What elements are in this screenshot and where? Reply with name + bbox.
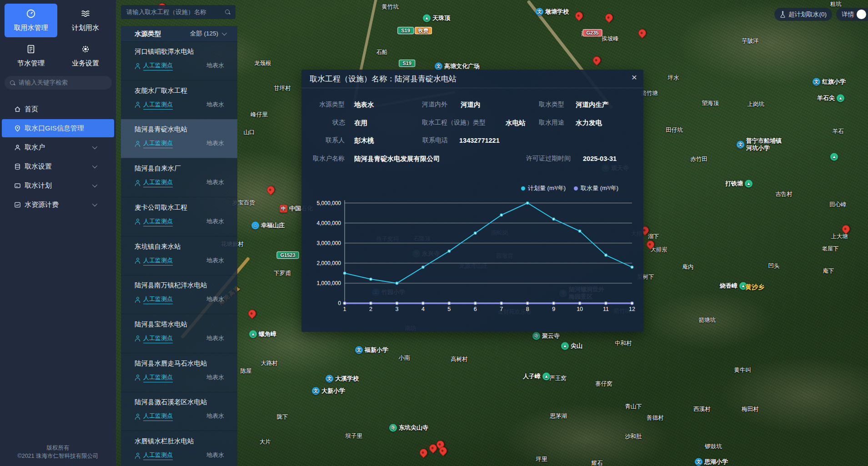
monitor-type-link[interactable]: 人工监测点 (143, 100, 173, 110)
filter-dropdown[interactable]: 全部 (125) (190, 30, 226, 38)
chevron-down-icon (92, 163, 97, 168)
map-label: 上岗坑 (747, 101, 764, 108)
search-icon[interactable] (225, 10, 230, 15)
legend-dot-icon (521, 186, 525, 190)
field-value: 河道内生产 (576, 100, 609, 109)
monitor-type-link[interactable]: 人工监测点 (143, 139, 173, 148)
filter-label: 水源类型 (135, 30, 161, 38)
app-tile-1[interactable]: 计划用水 (59, 4, 112, 37)
sidebar-item-1[interactable]: 取水口GIS信息管理 (2, 119, 114, 137)
map-label: 粗坑 (830, 1, 842, 8)
facility-search-input[interactable]: 请输入取水工程（设施）名称 (121, 5, 236, 19)
map-label-text: 天珠顶 (432, 15, 450, 22)
map-label: 坪水 (668, 75, 679, 82)
monitor-type-link[interactable]: 人工监测点 (143, 61, 173, 70)
field-label: 取水类型 (539, 100, 564, 109)
person-icon (135, 336, 140, 341)
sidebar-item-2[interactable]: 取水户 (2, 138, 114, 156)
app-tile-label: 业务设置 (72, 59, 99, 68)
list-item[interactable]: 水唇镇水栏肚水电站人工监测点地表水 (121, 431, 237, 466)
field-label: 状态 (332, 119, 345, 127)
monitor-type-link[interactable]: 人工监测点 (143, 451, 173, 460)
sidebar-item-4[interactable]: 取水计划 (2, 176, 114, 195)
list-item[interactable]: 陆河县激石溪老区水电站人工监测点地表水 (121, 392, 237, 431)
field-value: 在用 (354, 119, 367, 127)
road-badge: S19 (397, 27, 414, 34)
list-item[interactable]: 陆河县南万镇杞洋水电站人工监测点地表水 (121, 275, 237, 314)
list-item[interactable]: 河口镇唱歌潭水电站人工监测点地表水 (121, 41, 237, 80)
mountain-icon: ▲ (561, 342, 569, 350)
chevron-down-icon (92, 182, 97, 187)
monitor-type-link[interactable]: 人工监测点 (143, 373, 173, 382)
monitor-type-link[interactable]: 人工监测点 (143, 412, 173, 421)
facility-name: 水唇镇水栏肚水电站 (135, 437, 194, 446)
map-label: G1523 (276, 252, 299, 259)
map-label-text: 打铁塘 (725, 180, 743, 187)
list-item[interactable]: 陆河县青碇水电站人工监测点地表水 (121, 119, 237, 158)
map-label: 坝子里 (345, 433, 362, 440)
facility-monitor: 人工监测点 (135, 412, 173, 421)
facility-name: 东坑镇自来水站 (135, 242, 181, 251)
list-item[interactable]: 东坑镇自来水站人工监测点地表水 (121, 236, 237, 276)
map-label-text: 大新小学 (321, 387, 345, 395)
person-icon (135, 375, 140, 381)
map-label-text: 聚云寺 (542, 332, 560, 340)
map-label: ⌂幸福山庄 (251, 222, 285, 230)
over-plan-intake-button[interactable]: 超计划取水(0) (774, 8, 832, 21)
sidebar-item-label: 取水口GIS信息管理 (25, 124, 84, 133)
monitor-type-link[interactable]: 人工监测点 (143, 178, 173, 187)
monitor-type-link[interactable]: 人工监测点 (143, 217, 173, 226)
list-filter-header: 水源类型 全部 (125) (121, 26, 237, 42)
app-tile-label: 取用水管理 (14, 24, 48, 32)
app-tile-2[interactable]: 节水管理 (5, 39, 57, 73)
detail-toggle[interactable]: 详情 (836, 8, 868, 21)
map-label: 梅田村 (742, 406, 759, 413)
sidebar-item-label: 取水设置 (25, 162, 52, 171)
sidebar-item-3[interactable]: 取水设置 (2, 157, 114, 175)
map-label: 陈屋 (241, 368, 252, 375)
app-tile-0[interactable]: 取用水管理 (5, 4, 57, 37)
close-icon[interactable]: × (632, 72, 637, 82)
monitor-type-link[interactable]: 人工监测点 (143, 256, 173, 266)
detail-toggle-label: 详情 (842, 10, 854, 19)
person-icon (135, 141, 140, 147)
flask-icon (780, 11, 786, 18)
sidebar-menu: 首页取水口GIS信息管理取水户取水设置取水计划水资源计费 (0, 99, 116, 215)
road-badge: G235 (583, 29, 602, 36)
app-tile-3[interactable]: 业务设置 (59, 39, 112, 73)
map-label: S19 (399, 60, 415, 67)
map-label: 庵下 (823, 268, 834, 275)
legend-item[interactable]: 计划量 (m³/年) (521, 184, 566, 192)
list-item[interactable]: 陆河县自来水厂人工监测点地表水 (121, 158, 237, 197)
person-icon (135, 414, 140, 420)
legend-item[interactable]: 取水量 (m³/年) (574, 184, 618, 192)
toggle-knob[interactable] (857, 10, 866, 19)
top-controls: 超计划取水(0) 详情 (774, 8, 868, 21)
list-item[interactable]: 友能水厂取水工程人工监测点地表水 (121, 80, 237, 120)
school-icon: 文 (813, 78, 820, 86)
sidebar-item-5[interactable]: 水资源计费 (2, 195, 114, 214)
school-icon: 文 (326, 375, 333, 383)
list-item[interactable]: 陆河县水唇走马石水电站人工监测点地表水 (121, 353, 237, 392)
keyword-search-input[interactable]: 请输入关键字检索 (5, 76, 112, 90)
keyword-search-placeholder: 请输入关键字检索 (19, 79, 68, 87)
sidebar-item-0[interactable]: 首页 (2, 100, 114, 118)
map-label: 思茅湖 (550, 413, 567, 420)
field-label: 许可证过期时间 (526, 155, 571, 163)
document-icon (26, 44, 36, 56)
map-label: 人子嶂▲ (523, 373, 550, 381)
facility-name: 陆河县自来水厂 (135, 164, 181, 173)
field-label: 水源类型 (319, 100, 345, 109)
chart-legend: 计划量 (m³/年)取水量 (m³/年) (521, 184, 618, 192)
mountain-icon: ▲ (423, 15, 431, 22)
list-item[interactable]: 陆河县宝塔水电站人工监测点地表水 (121, 314, 237, 353)
map-label: 田心嶂 (829, 201, 847, 209)
map-label: 善德村 (647, 415, 664, 422)
water-source-type: 地表水 (206, 256, 224, 265)
map-label: 寺东坑尖山寺 (389, 424, 428, 432)
list-item[interactable]: 麦卡公司取水工程人工监测点地表水 (121, 197, 237, 236)
monitor-type-link[interactable]: 人工监测点 (143, 334, 173, 343)
monitor-type-link[interactable]: 人工监测点 (143, 295, 173, 304)
legend-label: 计划量 (m³/年) (528, 184, 566, 192)
map-label: 陇下 (277, 414, 288, 421)
